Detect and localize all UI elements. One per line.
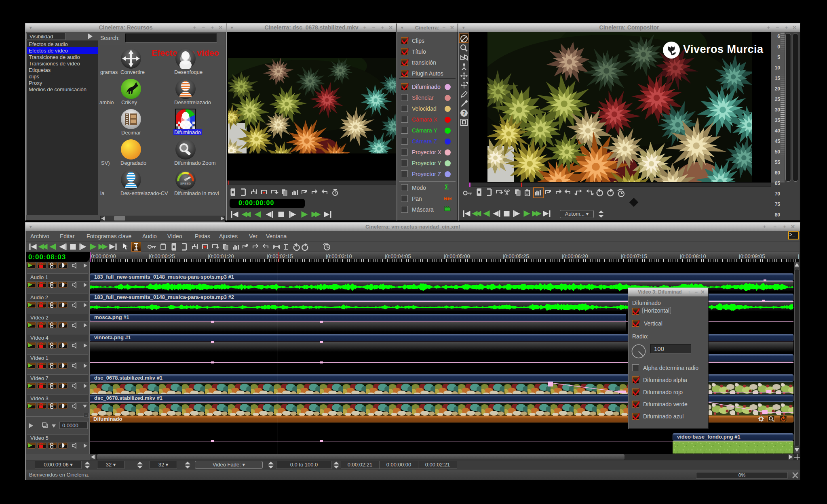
svg-text:?: ? <box>462 110 466 116</box>
svg-text:SPEED: SPEED <box>180 182 191 185</box>
